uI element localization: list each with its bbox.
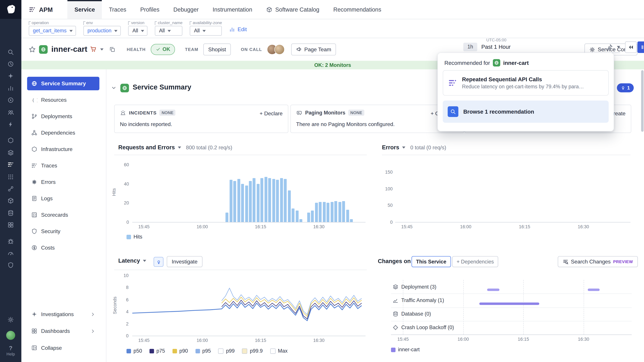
request-bar[interactable] xyxy=(264,177,267,222)
sidebar-item-dependencies[interactable]: Dependencies xyxy=(27,126,100,140)
filter-availability-zone[interactable]: All xyxy=(190,26,222,36)
tab-debugger[interactable]: Debugger xyxy=(166,0,206,19)
declare-incident-button[interactable]: + Declare xyxy=(260,110,282,117)
apm-icon[interactable] xyxy=(4,159,17,171)
scrollbar[interactable] xyxy=(641,69,644,362)
sidebar-item-deployments[interactable]: Deployments xyxy=(27,110,100,123)
metrics-icon[interactable] xyxy=(4,82,17,94)
request-bar[interactable] xyxy=(323,202,326,222)
toggle-this-service[interactable]: This Service xyxy=(412,256,451,267)
tab-instrumentation[interactable]: Instrumentation xyxy=(206,0,259,19)
sidebar-item-collapse[interactable]: Collapse xyxy=(27,341,100,355)
errors-chart-title[interactable]: Errors xyxy=(382,144,406,151)
sidebar-item-errors[interactable]: Errors xyxy=(27,175,100,189)
synthetics-icon[interactable] xyxy=(4,247,17,259)
legend-p90[interactable]: p90 xyxy=(172,348,188,354)
tab-service[interactable]: Service xyxy=(68,0,102,19)
filter-version[interactable]: All xyxy=(128,26,148,36)
search-changes-button[interactable]: Search Changes PREVIEW xyxy=(558,256,638,267)
requests-chart[interactable] xyxy=(132,165,366,222)
time-pause-button[interactable] xyxy=(638,41,644,53)
monitors-icon[interactable] xyxy=(4,94,17,106)
legend-hits[interactable]: Hits xyxy=(126,234,142,240)
request-bar[interactable] xyxy=(233,181,236,222)
infrastructure-icon[interactable] xyxy=(4,135,17,147)
requests-chart-title[interactable]: Requests and Errors xyxy=(118,144,181,151)
request-bar[interactable] xyxy=(276,180,279,222)
request-bar[interactable] xyxy=(272,179,275,222)
request-bar[interactable] xyxy=(346,210,349,222)
security-icon[interactable] xyxy=(4,259,17,271)
request-bar[interactable] xyxy=(296,211,298,222)
request-bar[interactable] xyxy=(253,178,256,222)
request-bar[interactable] xyxy=(334,201,337,222)
search-icon[interactable] xyxy=(4,46,17,58)
copy-icon[interactable] xyxy=(109,46,116,52)
sidebar-item-logs[interactable]: Logs xyxy=(27,192,100,205)
request-bar[interactable] xyxy=(342,201,345,222)
favorite-star-icon[interactable] xyxy=(29,46,36,53)
errors-chart[interactable] xyxy=(395,172,630,222)
filter-operation[interactable]: get_cart_items xyxy=(29,26,76,36)
request-bar[interactable] xyxy=(288,190,291,222)
tab-software-catalog[interactable]: Software Catalog xyxy=(259,0,326,19)
request-bar[interactable] xyxy=(241,184,244,222)
apm-product[interactable]: APM xyxy=(21,0,57,19)
sidebar-item-resources[interactable]: { }Resources xyxy=(27,93,100,107)
error-tracking-icon[interactable] xyxy=(4,235,17,247)
request-bar[interactable] xyxy=(338,202,341,222)
change-row-traffic-anomaly[interactable]: Traffic Anomaly (1) xyxy=(391,294,632,308)
request-bar[interactable] xyxy=(237,179,240,222)
request-bar[interactable] xyxy=(315,203,318,222)
tab-profiles[interactable]: Profiles xyxy=(133,0,166,19)
legend-inner-cart[interactable]: inner-cart xyxy=(391,347,420,353)
software-catalog-icon[interactable] xyxy=(4,195,17,207)
org-avatar[interactable] xyxy=(6,331,15,340)
sidebar-item-dashboards[interactable]: Dashboards xyxy=(27,324,100,338)
service-map-icon[interactable] xyxy=(4,183,17,195)
request-bar[interactable] xyxy=(307,213,310,222)
recommendations-badge[interactable]: 1 xyxy=(617,83,634,92)
sidebar-item-costs[interactable]: Costs xyxy=(27,241,100,255)
tab-recommendations[interactable]: Recommendations xyxy=(326,0,388,19)
legend-p99-9[interactable]: p99.9 xyxy=(242,348,263,354)
events-icon[interactable] xyxy=(4,118,17,130)
request-bar[interactable] xyxy=(284,179,287,222)
avatar[interactable] xyxy=(274,44,284,54)
datadog-logo[interactable] xyxy=(0,0,21,19)
processes-icon[interactable] xyxy=(4,171,17,183)
dashboards-icon[interactable] xyxy=(4,219,17,231)
browse-recommendations-button[interactable]: Browse 1 recommendation xyxy=(443,100,608,123)
request-bar[interactable] xyxy=(268,178,271,222)
time-back-button[interactable] xyxy=(625,41,636,53)
change-row-deployment[interactable]: Deployment (3) xyxy=(391,280,632,294)
sidebar-item-infrastructure[interactable]: Infrastructure xyxy=(27,142,100,156)
request-bar[interactable] xyxy=(230,180,232,222)
latency-insight-button[interactable] xyxy=(154,257,164,267)
latency-chart[interactable] xyxy=(132,275,366,336)
request-bar[interactable] xyxy=(319,202,322,222)
teams-icon[interactable] xyxy=(4,106,17,118)
legend-p50[interactable]: p50 xyxy=(126,348,142,354)
pin-icon[interactable] xyxy=(606,44,613,50)
investigate-button[interactable]: Investigate xyxy=(167,256,202,267)
containers-icon[interactable] xyxy=(4,147,17,159)
request-bar[interactable] xyxy=(226,213,228,222)
health-status-badge[interactable]: OK xyxy=(150,44,175,55)
edit-filters-button[interactable]: Edit xyxy=(230,26,247,32)
change-row-database[interactable]: Database (0) xyxy=(391,307,632,321)
time-range-picker[interactable]: UTC-05:00 1h Past 1 Hour xyxy=(463,38,620,53)
recommendation-card[interactable]: Repeated Sequential API Calls Reduce lat… xyxy=(443,70,608,96)
tab-traces[interactable]: Traces xyxy=(102,0,133,19)
legend-p95[interactable]: p95 xyxy=(196,348,211,354)
request-bar[interactable] xyxy=(292,209,294,222)
change-event-bar[interactable] xyxy=(588,289,600,291)
sidebar-item-security[interactable]: Security xyxy=(27,225,100,238)
sidebar-item-traces[interactable]: Traces xyxy=(27,159,100,172)
legend-p99[interactable]: p99 xyxy=(218,348,234,354)
change-event-bar[interactable] xyxy=(487,289,499,291)
collapse-section-chevron[interactable] xyxy=(111,85,116,91)
request-bar[interactable] xyxy=(280,178,283,222)
request-bar[interactable] xyxy=(311,211,314,222)
organization-settings-icon[interactable] xyxy=(4,314,17,326)
